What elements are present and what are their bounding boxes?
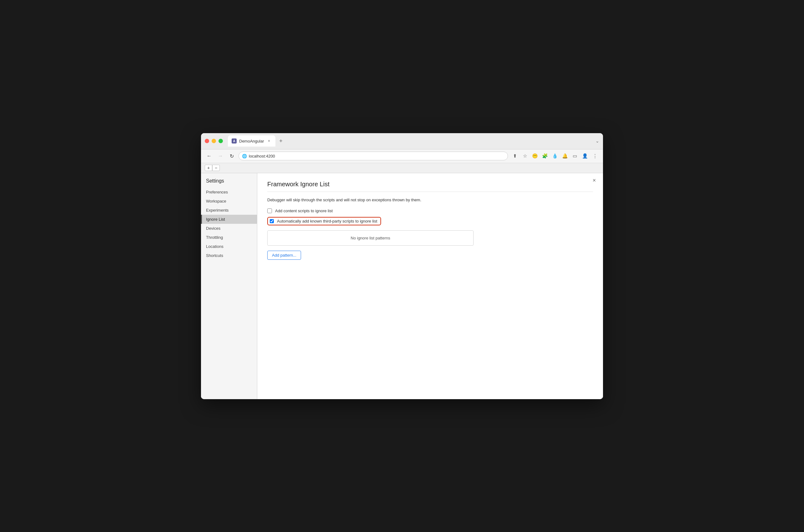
sidebar-item-locations[interactable]: Locations	[201, 242, 257, 251]
sidebar-item-workspace[interactable]: Workspace	[201, 196, 257, 206]
window-controls: ⌄	[595, 138, 599, 144]
address-bar[interactable]: 🌐 localhost:4200	[238, 152, 508, 160]
add-pattern-button[interactable]: Add pattern...	[267, 251, 301, 260]
settings-sidebar: Settings Preferences Workspace Experimen…	[201, 173, 257, 399]
back-button[interactable]: ←	[205, 152, 213, 160]
sidebar-toggle-icon[interactable]: ▭	[571, 152, 579, 160]
third-party-scripts-label[interactable]: Automatically add known third-party scri…	[277, 219, 377, 224]
no-patterns-label: No ignore list patterns	[351, 236, 390, 240]
share-icon[interactable]: ⬆	[511, 152, 519, 160]
panel-title: Framework Ignore List	[267, 180, 593, 188]
sidebar-item-experiments[interactable]: Experiments	[201, 206, 257, 215]
nav-bar: ← → ↻ 🌐 localhost:4200 ⬆ ☆ 😶 🧩 💧 🔔 ▭ 👤 ⋮	[201, 149, 603, 163]
patterns-box: No ignore list patterns	[267, 230, 474, 246]
nav-icons-right: ⬆ ☆ 😶 🧩 💧 🔔 ▭ 👤 ⋮	[511, 152, 599, 160]
sidebar-item-devices[interactable]: Devices	[201, 224, 257, 233]
address-text: localhost:4200	[249, 154, 275, 158]
devtools-zoom-strip: + −	[201, 163, 603, 173]
new-tab-button[interactable]: +	[276, 137, 285, 145]
panel-description: Debugger will skip through the scripts a…	[267, 197, 593, 203]
checkbox-row-content-scripts: Add content scripts to ignore list	[267, 208, 593, 213]
zoom-in-button[interactable]: +	[205, 165, 212, 171]
highlighted-checkbox-row: Automatically add known third-party scri…	[267, 217, 381, 225]
user-avatar[interactable]: 👤	[580, 152, 589, 160]
panel-divider	[267, 192, 593, 192]
sidebar-item-throttling[interactable]: Throttling	[201, 233, 257, 242]
extension-icon[interactable]: 🧩	[540, 152, 549, 160]
refresh-button[interactable]: ↻	[227, 152, 236, 160]
sidebar-item-ignore-list[interactable]: Ignore List	[201, 215, 257, 224]
main-content: × Framework Ignore List Debugger will sk…	[257, 173, 603, 399]
close-traffic-light[interactable]	[205, 139, 209, 143]
panel-close-button[interactable]: ×	[591, 177, 598, 185]
tab-title: DemoAngular	[239, 139, 264, 144]
third-party-scripts-checkbox[interactable]	[270, 219, 274, 223]
browser-window: A DemoAngular × + ⌄ ← → ↻ 🌐 localhost:42…	[201, 133, 603, 399]
more-menu-icon[interactable]: ⋮	[591, 152, 599, 160]
active-tab[interactable]: A DemoAngular ×	[228, 135, 275, 147]
title-bar: A DemoAngular × + ⌄	[201, 133, 603, 149]
content-scripts-label[interactable]: Add content scripts to ignore list	[275, 208, 332, 213]
content-scripts-checkbox[interactable]	[267, 208, 272, 213]
minimize-traffic-light[interactable]	[212, 139, 216, 143]
maximize-traffic-light[interactable]	[218, 139, 223, 143]
traffic-lights	[205, 139, 223, 143]
sidebar-item-preferences[interactable]: Preferences	[201, 188, 257, 196]
bell-icon[interactable]: 🔔	[560, 152, 569, 160]
chevron-down-icon[interactable]: ⌄	[595, 138, 599, 144]
tab-close-button[interactable]: ×	[267, 138, 272, 144]
sidebar-item-shortcuts[interactable]: Shortcuts	[201, 251, 257, 260]
tab-favicon: A	[232, 138, 237, 144]
address-lock-icon: 🌐	[242, 154, 247, 158]
zoom-out-button[interactable]: −	[212, 165, 220, 171]
tab-bar: A DemoAngular × +	[228, 135, 595, 147]
devtools-body: Settings Preferences Workspace Experimen…	[201, 173, 603, 399]
account-icon[interactable]: 💧	[551, 152, 559, 160]
ghost-icon[interactable]: 😶	[531, 152, 539, 160]
forward-button[interactable]: →	[216, 152, 225, 160]
bookmark-icon[interactable]: ☆	[520, 152, 529, 160]
sidebar-title: Settings	[201, 176, 257, 188]
